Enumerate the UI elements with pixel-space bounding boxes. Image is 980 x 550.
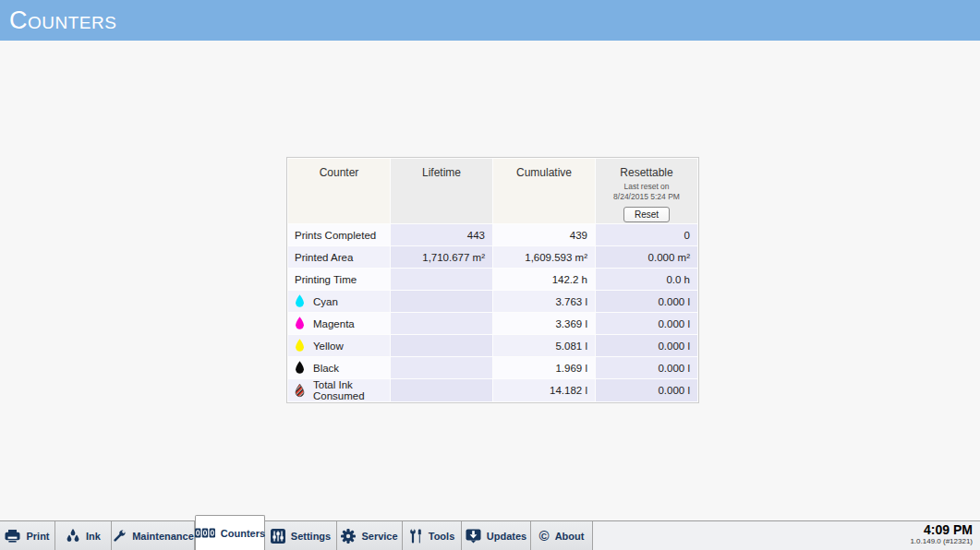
page-title: Counters <box>9 6 116 35</box>
cumulative-value: 3.369 l <box>493 313 595 334</box>
tab-label: Updates <box>487 531 526 542</box>
tab-label: About <box>555 531 585 542</box>
column-header-counter: Counter <box>288 159 390 223</box>
tab-label: Ink <box>86 531 101 542</box>
table-header-row: Counter Lifetime Cumulative Resettable L… <box>288 159 697 223</box>
cumulative-value: 1,609.593 m² <box>493 246 595 268</box>
counter-label: Cyan <box>313 296 338 307</box>
tab-maintenance[interactable]: Maintenance <box>112 521 195 550</box>
tab-label: Counters <box>221 528 265 539</box>
yellow-ink-drop-icon <box>295 339 305 353</box>
lifetime-value: 1,710.677 m² <box>391 246 492 268</box>
sliders-icon <box>271 529 285 544</box>
counter-label: Total Ink Consumed <box>313 379 390 401</box>
resettable-value: 0.000 l <box>596 313 697 334</box>
main-content: Counter Lifetime Cumulative Resettable L… <box>0 41 980 520</box>
tab-strip: Print Ink <box>0 521 593 550</box>
table-row: Black 1.969 l 0.000 l <box>288 357 697 378</box>
lifetime-value <box>391 357 492 378</box>
cumulative-value: 439 <box>493 224 595 245</box>
tab-label: Tools <box>429 531 455 542</box>
resettable-value: 0.000 l <box>596 335 697 356</box>
lifetime-value <box>391 335 492 356</box>
table-row: Total Ink Consumed 14.182 l 0.000 l <box>288 379 697 401</box>
table-row: Printed Area 1,710.677 m² 1,609.593 m² 0… <box>288 246 697 268</box>
tools-icon <box>409 529 423 544</box>
odometer-icon <box>195 528 215 538</box>
cumulative-value: 5.081 l <box>493 335 595 356</box>
cumulative-value: 3.763 l <box>493 291 595 312</box>
table-row: Yellow 5.081 l 0.000 l <box>288 335 697 356</box>
counter-label: Yellow <box>313 341 344 352</box>
column-header-resettable: Resettable Last reset on 8/24/2015 5:24 … <box>596 159 697 223</box>
resettable-value: 0.000 l <box>596 379 697 401</box>
clock-time: 4:09 PM <box>910 523 973 537</box>
resettable-value: 0.000 l <box>596 357 697 378</box>
tab-tools[interactable]: Tools <box>403 521 462 550</box>
firmware-version: 1.0.149.0 (#12321) <box>910 537 973 545</box>
taskbar: Print Ink <box>0 520 980 550</box>
tab-counters[interactable]: Counters <box>195 515 265 550</box>
tab-print[interactable]: Print <box>0 521 55 550</box>
counter-label: Printed Area <box>288 246 390 268</box>
resettable-header-title: Resettable <box>596 166 697 179</box>
download-icon <box>466 529 481 544</box>
reset-button[interactable]: Reset <box>623 207 670 222</box>
counter-label: Black <box>313 363 339 374</box>
table-row: Cyan 3.763 l 0.000 l <box>288 291 697 312</box>
printer-icon <box>5 530 20 543</box>
counter-label: Prints Completed <box>288 224 390 245</box>
ink-drops-icon <box>66 529 80 543</box>
lifetime-value <box>391 291 492 312</box>
tab-label: Print <box>26 531 49 542</box>
column-header-cumulative: Cumulative <box>493 159 595 223</box>
black-ink-drop-icon <box>295 361 305 375</box>
cumulative-value: 14.182 l <box>493 379 595 401</box>
column-header-lifetime: Lifetime <box>391 159 492 223</box>
table-row: Magenta 3.369 l 0.000 l <box>288 313 697 334</box>
resettable-value: 0.000 m² <box>596 246 697 268</box>
counter-label: Magenta <box>313 318 355 329</box>
tab-label: Service <box>361 531 397 542</box>
striped-ink-drop-icon <box>295 384 305 398</box>
copyright-icon: © <box>539 529 550 543</box>
tab-label: Settings <box>291 531 331 542</box>
clock-area: 4:09 PM 1.0.149.0 (#12321) <box>910 523 973 545</box>
lifetime-value: 443 <box>391 224 492 245</box>
wrench-icon <box>112 529 127 544</box>
tab-updates[interactable]: Updates <box>462 521 531 550</box>
resettable-value: 0.0 h <box>596 269 697 290</box>
title-bar: Counters <box>0 0 980 41</box>
table-row: Prints Completed 443 439 0 <box>288 224 697 245</box>
table-row: Printing Time 142.2 h 0.0 h <box>288 269 697 290</box>
lifetime-value <box>391 269 492 290</box>
tab-settings[interactable]: Settings <box>265 521 337 550</box>
lifetime-value <box>391 379 492 401</box>
resettable-value: 0 <box>596 224 697 245</box>
counter-label: Printing Time <box>288 269 390 290</box>
cumulative-value: 1.969 l <box>493 357 595 378</box>
cyan-ink-drop-icon <box>295 294 305 308</box>
cumulative-value: 142.2 h <box>493 269 595 290</box>
counters-table: Counter Lifetime Cumulative Resettable L… <box>286 157 699 403</box>
lifetime-value <box>391 313 492 334</box>
tab-ink[interactable]: Ink <box>55 521 112 550</box>
magenta-ink-drop-icon <box>295 317 305 330</box>
tab-label: Maintenance <box>132 531 194 542</box>
last-reset-note: Last reset on 8/24/2015 5:24 PM <box>596 182 697 202</box>
tab-service[interactable]: Service <box>337 521 403 550</box>
tab-about[interactable]: © About <box>531 521 593 550</box>
gear-icon <box>341 529 356 544</box>
resettable-value: 0.000 l <box>596 291 697 312</box>
